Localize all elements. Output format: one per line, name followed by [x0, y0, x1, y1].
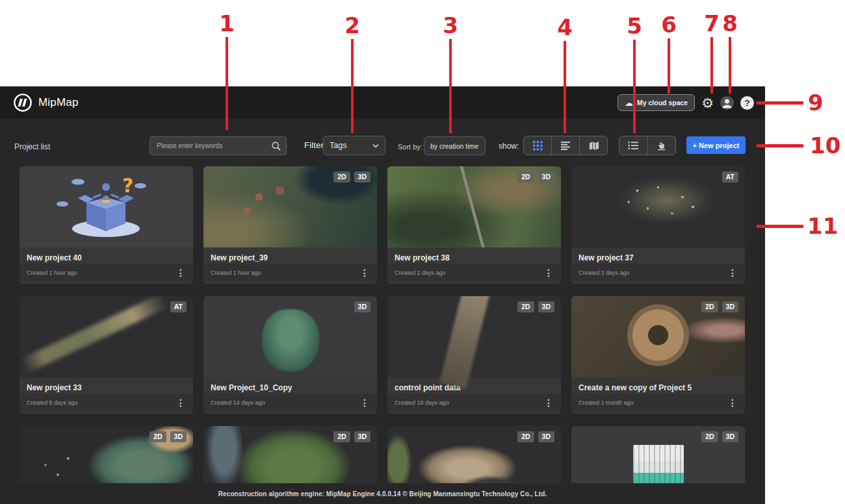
filter-tags-dropdown[interactable]: Tags [323, 136, 385, 155]
badge-group: 2D3D [150, 431, 187, 442]
sort-by-dropdown[interactable]: by creation time [424, 136, 486, 155]
kebab-menu-icon[interactable]: ⋮ [728, 398, 737, 407]
gear-icon[interactable]: ⚙ [701, 96, 714, 110]
project-card[interactable]: ? New project 40Created 1 hour ago⋮ [20, 166, 193, 284]
project-info: New project 37Created 3 days ago⋮ [571, 247, 745, 284]
project-info: New project 33Created 5 days ago⋮ [20, 377, 193, 414]
point-cloud-strip-thumbnail: AT [20, 296, 193, 377]
project-info: New Project_10_CopyCreated 14 days ago⋮ [203, 377, 377, 414]
sort-value: by creation time [430, 142, 478, 150]
project-info: New project 38Created 2 days ago⋮ [387, 247, 561, 284]
project-card[interactable]: ATNew project 33Created 5 days ago⋮ [20, 296, 193, 414]
kebab-menu-icon[interactable]: ⋮ [360, 268, 369, 277]
project-title: New project 33 [20, 377, 193, 394]
cloud-icon: ☁ [625, 99, 633, 107]
project-created: Created 5 days ago [27, 399, 78, 406]
project-card[interactable]: 2D3DNew project_39Created 1 hour ago⋮ [203, 166, 377, 284]
empty-project-illustration-thumbnail: ? [20, 166, 193, 247]
badge-2d: 2D [333, 431, 350, 442]
kebab-menu-icon[interactable]: ⋮ [360, 398, 369, 407]
new-project-button[interactable]: + New project [686, 136, 746, 154]
aerial-green-town-thumbnail: 2D3D [387, 166, 561, 247]
project-meta-row: Created 1 hour ago⋮ [20, 264, 193, 281]
badge-group: 2D3D [517, 301, 554, 312]
annotation-number-7: 7 [704, 12, 720, 34]
project-card[interactable]: 3DNew Project_10_CopyCreated 14 days ago… [203, 296, 377, 414]
mipmap-app-window: MipMap ☁ My cloud space ⚙ ? Project list… [0, 86, 765, 504]
badge-group: 2D3D [333, 431, 370, 442]
annotation-number-5: 5 [627, 15, 642, 37]
user-icon[interactable] [720, 96, 734, 110]
task-list-button[interactable] [619, 136, 648, 155]
badge-3d: 3D [722, 301, 738, 312]
annotation-number-8: 8 [722, 12, 738, 34]
badge-3d: 3D [354, 431, 370, 442]
badge-group: 3D [354, 301, 370, 312]
my-cloud-space-button[interactable]: ☁ My cloud space [618, 94, 695, 111]
annotation-line-8 [729, 37, 731, 94]
badge-group: 2D3D [333, 171, 370, 183]
kebab-menu-icon[interactable]: ⋮ [176, 268, 185, 277]
project-meta-row: Created 1 month ago⋮ [571, 394, 745, 411]
svg-text:?: ? [122, 174, 133, 197]
badge-group: 2D3D [517, 431, 554, 442]
badge-2d: 2D [701, 301, 718, 312]
kebab-menu-icon[interactable]: ⋮ [176, 398, 185, 407]
annotation-number-2: 2 [344, 14, 360, 36]
kebab-menu-icon[interactable]: ⋮ [544, 398, 553, 407]
project-created: Created 1 month ago [578, 399, 634, 406]
aerial-circular-building-thumbnail: 2D3D [571, 296, 745, 377]
aerial-campus-lake-thumbnail: 2D3D [203, 166, 377, 247]
annotation-number-9: 9 [808, 92, 824, 114]
chevron-down-icon [478, 144, 479, 148]
badge-3d: 3D [354, 171, 370, 183]
project-created: Created 3 days ago [578, 270, 630, 276]
kebab-menu-icon[interactable]: ⋮ [544, 268, 553, 277]
badge-at: AT [170, 301, 187, 312]
project-info: control point dataCreated 18 days ago⋮ [387, 377, 561, 414]
badge-3d: 3D [538, 171, 554, 183]
project-card[interactable]: 2D3Dcontrol point dataCreated 18 days ag… [387, 296, 561, 414]
mipmap-logo-icon [13, 93, 32, 112]
map-view-button[interactable] [580, 136, 607, 155]
project-title: New project 40 [20, 247, 193, 264]
project-info: New project_39Created 1 hour ago⋮ [203, 247, 377, 284]
annotation-number-10: 10 [810, 134, 840, 157]
kebab-menu-icon[interactable]: ⋮ [728, 268, 737, 277]
help-icon[interactable]: ? [740, 96, 754, 110]
project-created: Created 1 hour ago [211, 270, 261, 276]
recycle-bin-button[interactable] [648, 136, 676, 155]
project-card[interactable]: 2D3DCreate a new copy of Project 5Create… [571, 296, 745, 414]
annotation-line-7 [710, 37, 713, 94]
search-icon[interactable] [271, 141, 281, 151]
search-input[interactable] [150, 137, 286, 155]
project-info: New project 40Created 1 hour ago⋮ [20, 247, 193, 284]
footer-credit: Reconstruction algorithm engine: MipMap … [218, 490, 547, 498]
project-grid: ? New project 40Created 1 hour ago⋮2D3DN… [20, 166, 746, 504]
grid-view-button[interactable] [524, 136, 552, 155]
project-meta-row: Created 2 days ago⋮ [387, 264, 561, 281]
project-created: Created 1 hour ago [27, 270, 77, 276]
recycle-bin-icon [656, 141, 668, 151]
project-card[interactable]: 2D3DNew project 38Created 2 days ago⋮ [387, 166, 561, 284]
my-cloud-space-label: My cloud space [637, 99, 688, 107]
view-toggle-group [523, 136, 608, 155]
sparse-point-cloud-thumbnail: AT [571, 166, 745, 247]
list-view-button[interactable] [552, 136, 580, 155]
badge-group: 2D3D [701, 301, 738, 312]
badge-group: AT [170, 301, 187, 312]
sort-by-label: Sort by: [398, 143, 422, 151]
project-meta-row: Created 5 days ago⋮ [20, 394, 193, 411]
app-footer: Reconstruction algorithm engine: MipMap … [0, 483, 765, 504]
badge-2d: 2D [333, 171, 350, 183]
project-title: Create a new copy of Project 5 [571, 377, 745, 394]
project-card[interactable]: ATNew project 37Created 3 days ago⋮ [571, 166, 745, 284]
annotation-number-4: 4 [557, 16, 573, 38]
project-created: Created 14 days ago [211, 399, 265, 406]
project-meta-row: Created 3 days ago⋮ [571, 264, 745, 281]
badge-2d: 2D [517, 431, 534, 442]
chevron-down-icon [372, 144, 379, 148]
annotation-number-6: 6 [661, 14, 677, 36]
project-title: New Project_10_Copy [203, 377, 377, 394]
project-title: control point data [387, 377, 561, 394]
